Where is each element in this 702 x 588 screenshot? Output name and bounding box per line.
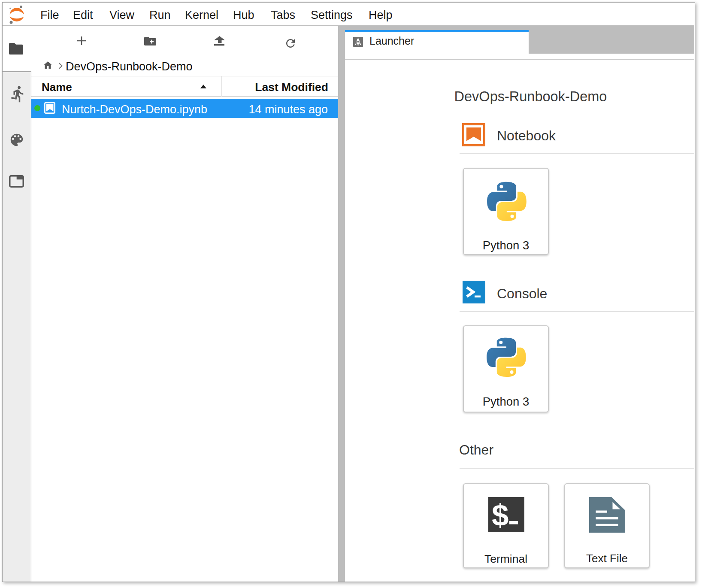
svg-text:$: $	[492, 498, 509, 532]
